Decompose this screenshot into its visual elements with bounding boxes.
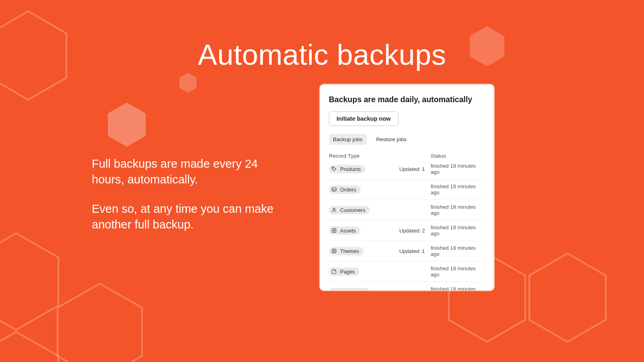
table-row: Ordersfinished 18 minutes ago (329, 179, 485, 200)
updated-cell: Updated: 1 (399, 248, 431, 254)
updated-cell: Updated: 1 (399, 166, 431, 172)
description-block: Full backups are made every 24 hours, au… (92, 156, 285, 247)
record-type-label: Assets (340, 228, 356, 234)
status-cell: finished 18 minutes ago (431, 286, 485, 291)
record-type-pill[interactable]: Products (329, 165, 365, 173)
svg-marker-7 (529, 253, 606, 342)
table-row: ThemesUpdated: 1finished 18 minutes ago (329, 241, 485, 261)
backup-panel: Backups are made daily, automatically In… (319, 84, 495, 291)
table-header: Record Type Status (329, 153, 485, 159)
record-type-label: Blog Posts (340, 289, 365, 292)
initiate-backup-button[interactable]: Initiate backup now (329, 111, 398, 126)
svg-marker-6 (0, 332, 58, 362)
svg-marker-1 (108, 103, 146, 147)
backup-rows: ProductsUpdated: 1finished 18 minutes ag… (329, 159, 485, 291)
record-type-label: Products (340, 166, 361, 172)
description-p2: Even so, at any time you can make anothe… (92, 201, 285, 232)
record-type-pill[interactable]: Orders (329, 185, 361, 194)
hexagon-decoration (105, 101, 149, 149)
hexagon-decoration (523, 249, 612, 346)
status-cell: finished 18 minutes ago (431, 163, 485, 175)
table-row: Blog Postsfinished 18 minutes ago (329, 282, 485, 291)
tag-icon (331, 166, 337, 172)
svg-point-9 (333, 168, 333, 168)
record-type-pill[interactable]: Pages (329, 267, 359, 276)
edit-icon (331, 289, 337, 291)
status-cell: finished 18 minutes ago (431, 224, 485, 237)
hexagon-decoration (0, 328, 64, 362)
tabs: Backup jobs Restore jobs (329, 134, 485, 145)
svg-marker-4 (0, 233, 58, 330)
updated-cell: Updated: 2 (399, 228, 431, 234)
status-cell: finished 18 minutes ago (431, 265, 485, 278)
inbox-icon (331, 187, 337, 192)
description-p1: Full backups are made every 24 hours, au… (92, 156, 285, 187)
package-icon (331, 228, 337, 233)
record-type-pill[interactable]: Blog Posts (329, 288, 369, 292)
record-type-label: Orders (340, 187, 356, 193)
status-cell: finished 18 minutes ago (431, 245, 485, 257)
svg-marker-2 (180, 73, 196, 93)
page-title: Automatic backups (0, 38, 644, 71)
user-icon (331, 207, 337, 213)
table-row: AssetsUpdated: 2finished 18 minutes ago (329, 220, 485, 241)
svg-marker-5 (58, 284, 142, 362)
record-type-pill[interactable]: Customers (329, 206, 370, 214)
tab-backup-jobs[interactable]: Backup jobs (329, 134, 367, 145)
record-type-label: Pages (340, 269, 355, 275)
status-cell: finished 18 minutes ago (431, 183, 485, 195)
record-type-pill[interactable]: Assets (329, 226, 360, 235)
table-row: ProductsUpdated: 1finished 18 minutes ag… (329, 159, 485, 179)
record-type-label: Themes (340, 248, 359, 254)
table-row: Pagesfinished 18 minutes ago (329, 261, 485, 282)
file-icon (331, 269, 337, 274)
package-icon (331, 248, 337, 254)
status-cell: finished 18 minutes ago (431, 204, 485, 216)
record-type-pill[interactable]: Themes (329, 247, 363, 255)
tab-restore-jobs[interactable]: Restore jobs (372, 134, 411, 145)
col-status: Status (431, 153, 485, 159)
svg-point-11 (333, 208, 335, 210)
table-row: Customersfinished 18 minutes ago (329, 200, 485, 220)
record-type-label: Customers (340, 207, 365, 213)
hexagon-decoration (52, 280, 148, 362)
col-record-type: Record Type (329, 153, 399, 159)
hexagon-decoration (178, 72, 198, 94)
panel-title: Backups are made daily, automatically (329, 95, 485, 104)
